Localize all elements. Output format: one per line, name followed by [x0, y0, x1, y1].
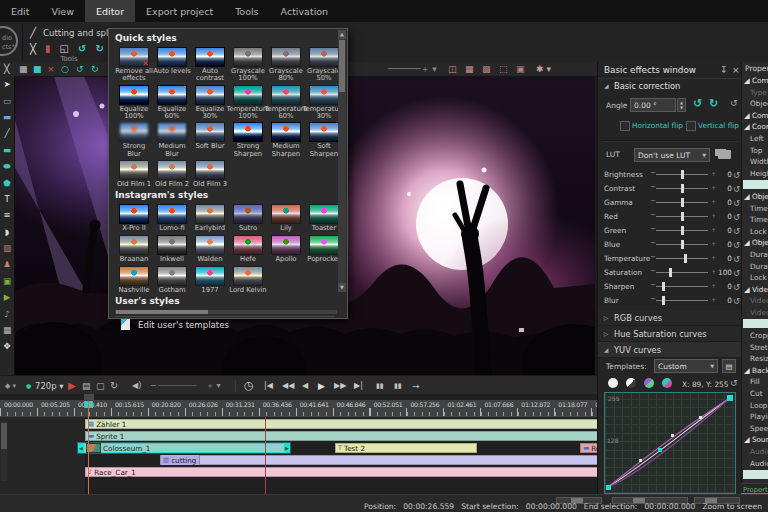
slider-reset-icon[interactable]: ↺	[733, 184, 740, 194]
play-back-button[interactable]: ◀	[302, 376, 308, 395]
rotate-cw-icon[interactable]: ↻	[709, 97, 718, 110]
prev-frame-button[interactable]: ◀◀	[282, 376, 294, 395]
templates-select[interactable]: Custom▼	[654, 359, 718, 373]
property-row-video[interactable]: Video	[742, 307, 768, 319]
slider-minus[interactable]: −	[650, 183, 656, 191]
scroll-thumb[interactable]	[339, 40, 345, 92]
style-item-walden[interactable]: Walden	[191, 233, 229, 264]
slider-handle[interactable]	[681, 170, 684, 179]
undo-icon[interactable]: ↺	[76, 62, 84, 76]
play-button[interactable]: ▶	[318, 376, 325, 395]
slider-track[interactable]	[656, 272, 708, 273]
fill-icon[interactable]: ▣	[516, 62, 525, 76]
slider-handle[interactable]	[662, 282, 665, 291]
slider-handle[interactable]	[681, 226, 684, 235]
slider-handle[interactable]	[681, 240, 684, 249]
cursor-tool[interactable]: ➤	[0, 76, 14, 92]
slider-reset-icon[interactable]: ↺	[733, 296, 740, 306]
track-block-test-2[interactable]: TTest 2	[335, 443, 477, 453]
style-item-auto-levels[interactable]: Auto levels	[153, 45, 191, 83]
style-item-lord-kelvin[interactable]: Lord Kelvin	[229, 264, 267, 295]
style-item-lily[interactable]: Lily	[267, 202, 305, 233]
property-row-lock[interactable]: Lock	[742, 226, 768, 238]
separator[interactable]: │	[232, 376, 238, 395]
style-item-inkwell[interactable]: Inkwell	[153, 233, 191, 264]
gray-square-icon[interactable]: ■	[19, 62, 28, 76]
volume-plus[interactable]: ＋ ▾	[206, 376, 221, 395]
trim-handle-left[interactable]: ◀	[78, 443, 84, 453]
section-rgb-curves[interactable]: ▷RGB curves	[598, 310, 742, 326]
property-row-background[interactable]: ◢ Background	[742, 365, 768, 377]
playhead-line[interactable]	[88, 401, 89, 494]
property-row-coordinates[interactable]: ◢ Coordinates	[742, 121, 768, 133]
property-row-sound[interactable]: ◢ Sound	[742, 434, 768, 446]
property-row-top[interactable]: Top	[742, 145, 768, 157]
slider-minus[interactable]: −	[650, 267, 656, 275]
transform-icon[interactable]: ⬚	[499, 62, 508, 76]
rotate-ccw-icon[interactable]: ↺	[693, 97, 702, 110]
ellipse-select-icon[interactable]: ○	[61, 62, 69, 76]
horizontal-flip-checkbox[interactable]	[620, 121, 630, 131]
style-item-apollo[interactable]: Apollo	[267, 233, 305, 264]
slider-handle[interactable]	[681, 212, 684, 221]
collapse-triangle-icon[interactable]: ◢	[604, 82, 609, 89]
video-tool[interactable]: ▶	[0, 289, 14, 305]
style-item-strong-blur[interactable]: Strong Blur	[115, 120, 153, 158]
record-icon[interactable]: ▶	[68, 376, 76, 395]
property-value-field[interactable]	[743, 180, 768, 189]
property-row-object-name[interactable]: Object name	[742, 98, 768, 110]
vertical-flip-checkbox[interactable]	[686, 121, 696, 131]
opacity-slider[interactable]: ──────＋ ▾	[388, 62, 437, 76]
luma-channel-icon[interactable]	[608, 378, 618, 388]
property-row-object-duration[interactable]: ◢ Object duration	[742, 237, 768, 249]
style-item-nashville[interactable]: Nashville	[115, 264, 153, 295]
menu-tab-editor[interactable]: Editor	[85, 0, 135, 22]
rotate-90-icon[interactable]: ↻	[95, 43, 103, 54]
slider-handle[interactable]	[662, 296, 665, 305]
audio-tool[interactable]: ♪	[0, 305, 14, 321]
menu-tab-edit[interactable]: Edit	[0, 0, 40, 22]
property-row-audio[interactable]: Audio	[742, 446, 768, 458]
property-row-time[interactable]: Time	[742, 214, 768, 226]
u-channel-icon[interactable]	[644, 378, 654, 388]
split-icon[interactable]: ▮	[45, 43, 51, 54]
volume-minus[interactable]: −	[150, 376, 157, 395]
property-row-loop[interactable]: Loop	[742, 400, 768, 412]
scroll-up-arrow[interactable]: ▲	[338, 30, 346, 39]
slider-handle[interactable]	[684, 254, 687, 263]
style-item-auto-contrast[interactable]: Auto contrast	[191, 45, 229, 83]
curve-reset-icon[interactable]: ↺	[730, 378, 738, 388]
section-yuv-curves[interactable]: ◢YUV curves	[598, 342, 742, 358]
slider-minus[interactable]: −	[650, 253, 656, 261]
v-channel-icon[interactable]	[662, 378, 672, 388]
teal-square-icon[interactable]: ■	[33, 62, 42, 76]
volume-icon[interactable]: ◀)	[132, 376, 141, 395]
angle-input[interactable]: 0.00 °	[630, 98, 676, 112]
style-item-lomo-fi[interactable]: Lomo-fi	[153, 202, 191, 233]
property-row-duration[interactable]: Duration	[742, 261, 768, 273]
property-row-object-creation-time[interactable]: ◢ Object creation time	[742, 191, 768, 203]
crop-icon[interactable]: ◱	[60, 43, 69, 54]
slider-minus[interactable]: −	[650, 197, 656, 205]
style-item-medium-sharpen[interactable]: Medium Sharpen	[267, 120, 305, 158]
collapse-triangle-icon[interactable]: ◢	[598, 346, 614, 353]
style-item-soft-blur[interactable]: Soft Blur	[191, 120, 229, 158]
slider-reset-icon[interactable]: ↺	[733, 254, 740, 264]
folder-icon[interactable]	[718, 150, 731, 159]
slider-reset-icon[interactable]: ↺	[733, 226, 740, 236]
zoom-to-screen-button[interactable]: Zoom to screen	[702, 502, 762, 511]
settings-gear-icon[interactable]: ✱ ▾	[536, 62, 551, 76]
rect-blue-tool[interactable]: ▬	[0, 109, 14, 125]
slider-reset-icon[interactable]: ↺	[733, 212, 740, 222]
yuv-curve-editor[interactable]: 255 128	[604, 392, 736, 494]
slider-reset-icon[interactable]: ↺	[733, 170, 740, 180]
clock-icon[interactable]: ◷	[244, 376, 254, 395]
template-save-button[interactable]: ▤	[722, 359, 736, 373]
cut-icon[interactable]: ╳	[4, 62, 9, 76]
line-tool[interactable]: ╱	[0, 125, 14, 141]
slider-minus[interactable]: −	[650, 295, 656, 303]
property-value-field[interactable]	[743, 319, 768, 328]
expand-triangle-icon[interactable]: ▷	[598, 314, 614, 321]
style-item-equalize-60[interactable]: Equalize 60%	[153, 83, 191, 121]
pause-b-button[interactable]: ▮▮	[394, 376, 402, 395]
